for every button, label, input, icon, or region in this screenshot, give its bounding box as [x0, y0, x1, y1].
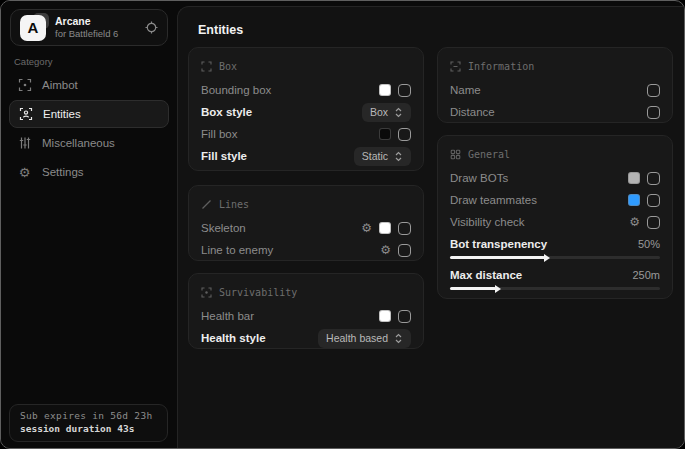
main-panel: Entities Box Bounding box Box style [177, 6, 684, 448]
fill-box-row: Fill box [201, 123, 411, 145]
health-bar-checkbox[interactable] [398, 310, 411, 323]
sidebar-nav: Aimbot Entities [9, 71, 169, 187]
sidebar-item-miscellaneous[interactable]: Miscellaneous [9, 129, 169, 157]
scan-person-icon [18, 107, 33, 121]
health-bar-color-swatch[interactable] [379, 310, 391, 322]
brand-title: Arcane [55, 15, 136, 27]
general-card-title: General [468, 149, 510, 160]
sidebar: A Arcane for Battlefield 6 Category [1, 1, 177, 448]
box-style-row: Box style Box [201, 101, 411, 123]
gear-icon[interactable]: ⚙ [629, 216, 640, 228]
skeleton-color-swatch[interactable] [379, 222, 391, 234]
survivability-card-title: Survivability [219, 287, 297, 298]
distance-label: Distance [450, 106, 495, 118]
visibility-check-label: Visibility check [450, 216, 525, 228]
lines-card-title: Lines [219, 199, 249, 210]
sidebar-item-label: Settings [42, 166, 84, 178]
name-label: Name [450, 84, 481, 96]
sidebar-item-label: Aimbot [42, 79, 78, 91]
draw-bots-checkbox[interactable] [647, 172, 660, 185]
information-card-title: Information [468, 61, 534, 72]
visibility-check-row: Visibility check ⚙ [450, 211, 660, 233]
bounding-box-checkbox[interactable] [398, 84, 411, 97]
box-style-value: Box [370, 106, 388, 118]
box-icon [201, 61, 212, 72]
bounding-box-row: Bounding box [201, 79, 411, 101]
sidebar-item-label: Miscellaneous [42, 137, 115, 149]
crosshair-icon[interactable] [145, 21, 158, 34]
max-distance-group: Max distance 250m [450, 265, 660, 290]
app-window: A Arcane for Battlefield 6 Category [0, 0, 685, 449]
name-row: Name [450, 79, 660, 101]
draw-teammates-row: Draw teammates [450, 189, 660, 211]
fill-style-dropdown[interactable]: Static [354, 147, 411, 166]
bot-transparency-slider[interactable] [450, 256, 660, 259]
max-distance-slider-fill [450, 287, 496, 290]
gear-icon: ⚙ [17, 166, 32, 179]
distance-row: Distance [450, 101, 660, 123]
distance-checkbox[interactable] [647, 106, 660, 119]
health-style-value: Health based [326, 332, 388, 344]
grid-icon [450, 149, 461, 160]
information-card: Information Name Distance [437, 47, 673, 123]
chevron-up-down-icon [394, 151, 403, 162]
box-style-dropdown[interactable]: Box [362, 103, 411, 122]
information-card-header: Information [450, 57, 660, 75]
draw-teammates-color-swatch[interactable] [628, 194, 640, 206]
skeleton-label: Skeleton [201, 222, 246, 234]
crosshair-icon [17, 78, 32, 92]
fill-box-color-swatch[interactable] [379, 128, 391, 140]
draw-bots-row: Draw BOTs [450, 167, 660, 189]
max-distance-label: Max distance [450, 269, 522, 281]
sidebar-item-aimbot[interactable]: Aimbot [9, 71, 169, 99]
health-bar-label: Health bar [201, 310, 254, 322]
box-card-title: Box [219, 61, 237, 72]
lines-card-header: Lines [201, 195, 411, 213]
visibility-check-checkbox[interactable] [647, 216, 660, 229]
survivability-card-header: Survivability [201, 283, 411, 301]
max-distance-slider[interactable] [450, 287, 660, 290]
fill-box-checkbox[interactable] [398, 128, 411, 141]
health-style-row: Health style Health based [201, 327, 411, 349]
app-logo: A [20, 15, 46, 41]
category-label: Category [14, 56, 53, 67]
chevron-up-down-icon [394, 333, 403, 344]
draw-teammates-checkbox[interactable] [647, 194, 660, 207]
bot-transparency-group: Bot transpenency 50% [450, 234, 660, 259]
box-card-header: Box [201, 57, 411, 75]
box-style-label: Box style [201, 106, 252, 118]
health-style-dropdown[interactable]: Health based [318, 329, 411, 348]
line-to-enemy-checkbox[interactable] [398, 244, 411, 257]
gear-icon[interactable]: ⚙ [361, 222, 372, 234]
sidebar-item-settings[interactable]: ⚙ Settings [9, 158, 169, 186]
bounding-box-color-swatch[interactable] [379, 84, 391, 96]
brand-text: Arcane for Battlefield 6 [55, 15, 136, 40]
skeleton-checkbox[interactable] [398, 222, 411, 235]
health-brackets-icon [201, 287, 212, 298]
sidebar-item-label: Entities [43, 108, 81, 120]
sub-expiry-text: Sub expires in 56d 23h [20, 410, 157, 421]
health-bar-row: Health bar [201, 305, 411, 327]
bot-transparency-value: 50% [638, 238, 660, 250]
name-checkbox[interactable] [647, 84, 660, 97]
diagonal-line-icon [201, 199, 212, 210]
page-title: Entities [198, 23, 243, 37]
subscription-card: Sub expires in 56d 23h session duration … [9, 404, 168, 442]
bot-transparency-slider-fill [450, 256, 545, 259]
fill-style-row: Fill style Static [201, 145, 411, 167]
max-distance-value: 250m [632, 269, 660, 281]
line-to-enemy-row: Line to enemy ⚙ [201, 239, 411, 261]
fill-box-label: Fill box [201, 128, 237, 140]
box-card: Box Bounding box Box style Box [188, 47, 424, 171]
session-duration-text: session duration 43s [20, 423, 157, 434]
sidebar-item-entities[interactable]: Entities [9, 100, 169, 128]
lines-card: Lines Skeleton ⚙ Line to enemy ⚙ [188, 185, 424, 261]
line-to-enemy-label: Line to enemy [201, 244, 273, 256]
skeleton-row: Skeleton ⚙ [201, 217, 411, 239]
chevron-up-down-icon [394, 107, 403, 118]
bot-transparency-label: Bot transpenency [450, 238, 547, 250]
gear-icon[interactable]: ⚙ [380, 244, 391, 256]
draw-bots-color-swatch[interactable] [628, 172, 640, 184]
general-card: General Draw BOTs Draw teammates Visibil… [437, 135, 673, 299]
brand-subtitle: for Battlefield 6 [55, 29, 136, 40]
